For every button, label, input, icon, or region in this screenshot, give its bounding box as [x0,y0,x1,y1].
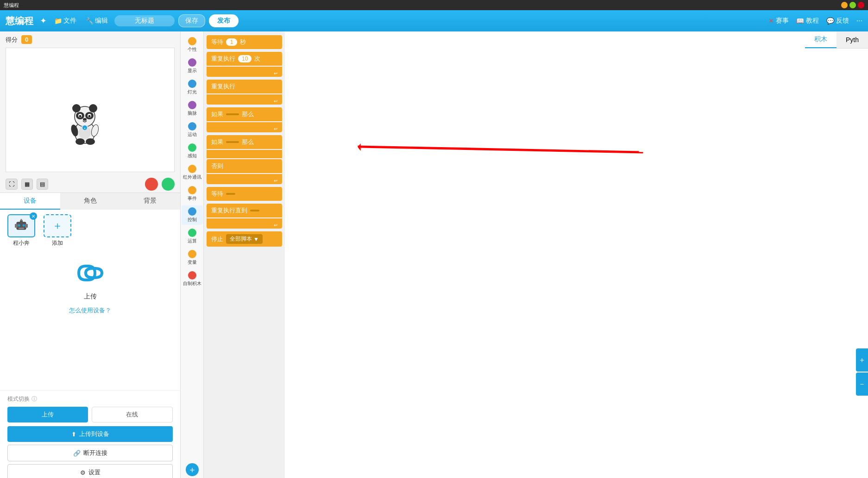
cat-label-display: 显示 [188,68,197,74]
svg-text:♥: ♥ [84,127,86,130]
file-menu-button[interactable]: 📁 文件 [51,16,79,26]
main-layout: 得分 0 [0,31,868,478]
svg-point-13 [75,138,85,145]
disconnect-button[interactable]: 🔗 断开连接 [7,445,173,461]
list-view-button[interactable]: ▤ [37,179,48,190]
more-icon[interactable]: ··· [856,17,862,25]
block-wait-input[interactable]: 1 [226,38,237,46]
block-forever-cap[interactable]: 重复执行 [207,80,282,93]
cat-dot-personality [188,37,196,45]
block-repeat-suffix: 次 [254,55,260,63]
cat-label-personality: 个性 [188,46,197,53]
block-repeat-input[interactable]: 10 [238,55,252,62]
svg-point-3 [89,104,97,112]
block-repeat-until-cap[interactable]: 重复执行直到 [207,204,282,217]
score-label: 得分 [6,36,18,44]
project-title-input[interactable] [114,15,175,26]
cat-variable[interactable]: 变量 [182,248,203,267]
window-titlebar: 慧编程 [0,0,868,10]
svg-rect-20 [25,224,28,228]
blocks-toggle-button[interactable]: 积木 [805,31,837,48]
cat-label-sense: 感知 [188,153,197,159]
window-title: 慧编程 [4,2,19,9]
block-repeat-cap[interactable]: 重复执行 10 次 [207,52,282,66]
cat-dot-event [188,186,196,194]
block-if-cap[interactable]: 如果 那么 [207,107,282,121]
block-ifelse-mid [207,150,282,158]
block-wait[interactable]: 等待 1 秒 [207,35,282,49]
cat-custom[interactable]: 自制积木 [182,269,203,289]
block-stop[interactable]: 停止 全部脚本 ▼ [207,231,282,247]
cat-ir[interactable]: 红外通讯 [182,163,203,182]
block-stop-label: 停止 [211,235,223,243]
minimize-button[interactable] [841,2,848,8]
cat-event[interactable]: 事件 [182,184,203,204]
block-if-stack: 如果 那么 [207,107,282,132]
tab-device[interactable]: 设备 [0,193,60,210]
cat-control[interactable]: 控制 [182,205,203,225]
maximize-button[interactable] [849,2,856,8]
cat-personality[interactable]: 个性 [182,35,203,55]
contest-button[interactable]: ✕ 赛事 [768,17,789,25]
cat-math[interactable]: 运算 [182,227,203,246]
settings-button[interactable]: ⚙ 设置 [7,464,173,478]
device-item-chengxiaoben[interactable]: ✕ 程小奔 [6,214,37,247]
view-toggle: 积木 Pyth [805,31,868,49]
upload-panel: 上传 怎么使用设备？ [0,252,180,390]
block-ifelse-cap[interactable]: 如果 那么 [207,135,282,149]
add-device-item[interactable]: ＋ 添加 [42,214,73,247]
python-toggle-button[interactable]: Pyth [837,31,868,48]
topbar-right: ✕ 赛事 📖 教程 💬 反馈 ··· [768,17,862,25]
online-mode-button[interactable]: 在线 [92,407,173,422]
svg-marker-29 [358,143,360,151]
upload-mode-button[interactable]: 上传 [7,407,88,422]
block-wait-until-label: 等待 [211,190,223,198]
block-forever-label: 重复执行 [211,82,235,91]
expand-button[interactable]: ⛶ [6,179,18,190]
zoom-out-button[interactable]: － [856,372,868,396]
run-button[interactable] [162,178,175,191]
cat-sense[interactable]: 感知 [182,142,203,161]
svg-point-10 [83,118,87,121]
tutorial-button[interactable]: 📖 教程 [796,17,819,25]
add-device-button[interactable]: ＋ [44,214,71,237]
workspace[interactable]: 积木 Pyth Eat ＋ － [285,31,868,478]
cat-dot-display [188,58,196,67]
cat-dot-math [188,229,196,237]
score-value: 0 [21,35,32,44]
publish-button[interactable]: 发布 [209,14,239,27]
cat-motion[interactable]: 运动 [182,120,203,140]
grid-view-button[interactable]: ▦ [21,179,33,190]
cat-label-light: 灯光 [188,89,197,95]
cat-display[interactable]: 显示 [182,56,203,76]
close-button[interactable] [858,2,864,8]
tab-character[interactable]: 角色 [60,193,120,210]
zoom-in-button[interactable]: ＋ [856,348,868,372]
add-ext-icon: ＋ [186,463,199,476]
block-ifelse-bottom [207,174,282,184]
add-extension-button[interactable]: ＋ 添加扩展 [183,459,201,478]
stop-button[interactable] [145,178,158,191]
left-panel: 得分 0 [0,31,181,478]
device-remove-button[interactable]: ✕ [30,212,37,220]
block-wait-until[interactable]: 等待 [207,187,282,201]
feedback-button[interactable]: 💬 反馈 [826,17,849,25]
block-ifelse-label: 如果 [211,138,223,146]
stage-area: ♥ [6,48,175,172]
mode-buttons: 上传 在线 [7,407,173,422]
upload-device-icon: ⬆ [71,431,76,438]
cat-brain[interactable]: 脑脉 [182,99,203,118]
link-icon [72,259,109,287]
help-link[interactable]: 怎么使用设备？ [69,306,111,315]
mode-title: 模式切换 ⓘ [7,395,173,403]
block-ifelse-cond [226,141,239,143]
help-icon: ⓘ [31,395,37,403]
tab-background[interactable]: 背景 [120,193,180,210]
edit-menu-button[interactable]: 🔧 编辑 [83,16,111,26]
cat-light[interactable]: 灯光 [182,78,203,97]
block-stop-dropdown[interactable]: 全部脚本 ▼ [226,234,263,244]
cat-dot-ir [188,165,196,173]
window-controls [841,2,864,8]
upload-to-device-button[interactable]: ⬆ 上传到设备 [7,426,173,442]
save-button[interactable]: 保存 [178,14,205,27]
